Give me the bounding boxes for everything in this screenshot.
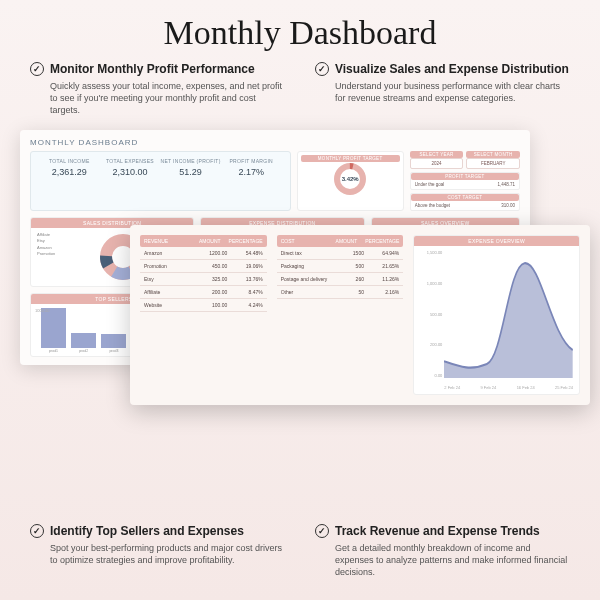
th: PERCENTAGE	[361, 235, 403, 247]
feature-2-title: Visualize Sales and Expense Distribution	[335, 62, 569, 76]
kpi-label: PROFIT MARGIN	[221, 158, 282, 164]
kpi-value: 51.29	[160, 167, 221, 177]
feature-1-title: Monitor Monthly Profit Performance	[50, 62, 255, 76]
td: Affiliate	[140, 286, 196, 298]
td: Packaging	[277, 260, 333, 272]
kpi-value: 2,361.29	[39, 167, 100, 177]
check-icon: ✓	[30, 62, 44, 76]
td: Etsy	[140, 273, 196, 285]
selector-card: SELECT YEAR2024 SELECT MONTHFEBRUARY PRO…	[410, 151, 520, 211]
td: 325.00	[196, 273, 231, 285]
screenshot-stage: MONTHLY DASHBOARD TOTAL INCOME2,361.29 T…	[20, 130, 580, 460]
profit-target-card: MONTHLY PROFIT TARGET 3.42%	[297, 151, 404, 211]
kpi-card: TOTAL INCOME2,361.29 TOTAL EXPENSES2,310…	[30, 151, 291, 211]
axis-label: 1000.00	[35, 308, 49, 313]
kpi-label: TOTAL EXPENSES	[100, 158, 161, 164]
y-axis: 1,500.00 1,000.00 500.00 200.00 0.00	[416, 250, 442, 378]
card-header: MONTHLY PROFIT TARGET	[301, 155, 400, 162]
td: 450.00	[196, 260, 231, 272]
th: PERCENTAGE	[225, 235, 267, 247]
td: 100.00	[196, 299, 231, 311]
pill-header: PROFIT TARGET	[411, 173, 519, 180]
expense-overview-panel: EXPENSE OVERVIEW 1,500.00 1,000.00 500.0…	[413, 235, 580, 395]
feature-2-desc: Understand your business performance wit…	[315, 80, 570, 104]
feature-row-top: ✓Monitor Monthly Profit Performance Quic…	[0, 62, 600, 126]
td: 11.26%	[368, 273, 403, 285]
page-title: Monthly Dashboard	[0, 0, 600, 62]
detail-panel: REVENUEAMOUNTPERCENTAGE Amazon1200.0054.…	[130, 225, 590, 405]
feature-1-desc: Quickly assess your total income, expens…	[30, 80, 285, 116]
th: COST	[277, 235, 329, 247]
check-icon: ✓	[315, 62, 329, 76]
td: 1500	[333, 247, 368, 259]
feature-4-title: Track Revenue and Expense Trends	[335, 524, 540, 538]
profit-target-pill: PROFIT TARGETUnder the goal1,448.71	[410, 172, 520, 190]
kpi-value: 2,310.00	[100, 167, 161, 177]
td: 50	[333, 286, 368, 298]
td: Website	[140, 299, 196, 311]
td: Postage and delivery	[277, 273, 333, 285]
td: 500	[333, 260, 368, 272]
axis-label: 500.00	[416, 312, 442, 317]
kpi-value: 2.17%	[221, 167, 282, 177]
revenue-table: REVENUEAMOUNTPERCENTAGE Amazon1200.0054.…	[140, 235, 267, 395]
select-year[interactable]: 2024	[410, 158, 464, 169]
feature-2: ✓Visualize Sales and Expense Distributio…	[315, 62, 570, 116]
dashboard-title: MONTHLY DASHBOARD	[30, 138, 520, 147]
area-chart-icon	[444, 252, 573, 378]
pill-right: 1,448.71	[497, 182, 515, 187]
axis-label: 16 Feb 24	[517, 385, 535, 390]
axis-label: 9 Feb 24	[480, 385, 496, 390]
td: 1200.00	[196, 247, 231, 259]
td: 4.24%	[231, 299, 266, 311]
td: Amazon	[140, 247, 196, 259]
select-month-header: SELECT MONTH	[466, 151, 520, 158]
x-axis: 2 Feb 24 9 Feb 24 16 Feb 24 25 Feb 24	[444, 385, 573, 390]
pill-left: Under the goal	[415, 182, 445, 187]
td: 21.65%	[368, 260, 403, 272]
kpi-label: TOTAL INCOME	[39, 158, 100, 164]
feature-4-desc: Get a detailed monthly breakdown of inco…	[315, 542, 570, 578]
td: Other	[277, 286, 333, 298]
feature-4: ✓Track Revenue and Expense Trends Get a …	[315, 524, 570, 578]
pill-left: Above the budget	[415, 203, 450, 208]
axis-label: 200.00	[416, 342, 442, 347]
axis-label: 1,000.00	[416, 281, 442, 286]
cost-target-pill: COST TARGETAbove the budget310.00	[410, 193, 520, 211]
pill-right: 310.00	[501, 203, 515, 208]
td: 13.76%	[231, 273, 266, 285]
th: AMOUNT	[192, 235, 225, 247]
axis-label: 25 Feb 24	[555, 385, 573, 390]
axis-label: 2 Feb 24	[444, 385, 460, 390]
td: 19.06%	[231, 260, 266, 272]
pill-header: COST TARGET	[411, 194, 519, 201]
check-icon: ✓	[315, 524, 329, 538]
legend-item: Promotion	[37, 251, 55, 257]
td: 260	[333, 273, 368, 285]
td: 64.94%	[368, 247, 403, 259]
feature-3-desc: Spot your best-performing products and m…	[30, 542, 285, 566]
td: Direct tax	[277, 247, 333, 259]
select-month[interactable]: FEBRUARY	[466, 158, 520, 169]
th: AMOUNT	[328, 235, 361, 247]
td: 54.48%	[231, 247, 266, 259]
feature-3: ✓Identify Top Sellers and Expenses Spot …	[30, 524, 285, 578]
feature-row-bottom: ✓Identify Top Sellers and Expenses Spot …	[0, 524, 600, 588]
kpi-label: NET INCOME (PROFIT)	[160, 158, 221, 164]
legend: Affiliate Etsy Amazon Promotion	[37, 232, 55, 282]
panel-header: EXPENSE OVERVIEW	[414, 236, 579, 246]
axis-label: 1,500.00	[416, 250, 442, 255]
td: 200.00	[196, 286, 231, 298]
cost-table: COSTAMOUNTPERCENTAGE Direct tax150064.94…	[277, 235, 404, 395]
feature-3-title: Identify Top Sellers and Expenses	[50, 524, 244, 538]
select-year-header: SELECT YEAR	[410, 151, 464, 158]
feature-1: ✓Monitor Monthly Profit Performance Quic…	[30, 62, 285, 116]
th: REVENUE	[140, 235, 192, 247]
donut-value: 3.42%	[342, 176, 359, 182]
td: 2.16%	[368, 286, 403, 298]
td: Promotion	[140, 260, 196, 272]
td: 8.47%	[231, 286, 266, 298]
axis-label: 0.00	[416, 373, 442, 378]
check-icon: ✓	[30, 524, 44, 538]
